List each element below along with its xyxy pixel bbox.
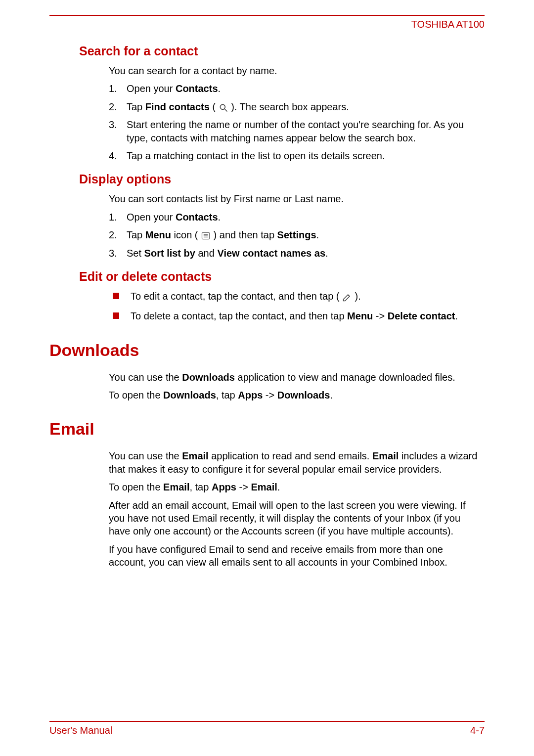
text: , tap: [189, 482, 211, 492]
text: .: [316, 229, 319, 240]
bold: Contacts: [176, 83, 218, 94]
text: ->: [373, 311, 387, 321]
footer-right: 4-7: [470, 725, 485, 736]
bold: Email: [372, 450, 399, 461]
edit-item-1: To edit a contact, tap the contact, and …: [109, 290, 480, 303]
display-steps: Open your Contacts. Tap Menu icon ( ) an…: [109, 211, 480, 260]
display-step-3: Set Sort list by and View contact names …: [109, 247, 480, 260]
text: .: [218, 83, 221, 94]
bold: Menu: [347, 311, 373, 321]
search-step-3: Start entering the name or number of the…: [109, 118, 480, 144]
text: , tap: [216, 390, 238, 400]
bold: Apps: [238, 390, 263, 400]
heading-search-contact: Search for a contact: [79, 44, 485, 58]
bold: Contacts: [176, 212, 218, 222]
header-product: TOSHIBA AT100: [49, 19, 485, 30]
heading-edit-delete: Edit or delete contacts: [79, 269, 485, 284]
text: Tap: [127, 229, 145, 240]
downloads-p1: You can use the Downloads application to…: [109, 371, 480, 384]
text: You can use the: [109, 372, 182, 383]
text: (: [210, 101, 219, 112]
search-steps: Open your Contacts. Tap Find contacts ( …: [109, 82, 480, 162]
search-step-2: Tap Find contacts ( ). The search box ap…: [109, 100, 480, 113]
bold: Downloads: [277, 390, 330, 400]
display-step-1: Open your Contacts.: [109, 211, 480, 223]
header-rule: [49, 15, 485, 16]
downloads-p2: To open the Downloads, tap Apps -> Downl…: [109, 389, 480, 401]
display-step-2: Tap Menu icon ( ) and then tap Settings.: [109, 228, 480, 241]
text: .: [218, 212, 221, 222]
heading-display-options: Display options: [79, 172, 485, 186]
heading-email: Email: [49, 419, 485, 439]
text: To edit a contact, tap the contact, and …: [131, 291, 342, 302]
bold: Email: [251, 482, 277, 492]
text: To open the: [109, 482, 163, 492]
bold: Menu: [145, 229, 171, 240]
svg-point-0: [220, 104, 225, 109]
text: ->: [236, 482, 251, 492]
search-intro: You can search for a contact by name.: [109, 64, 480, 77]
text: .: [455, 311, 458, 321]
footer-rule: [49, 721, 485, 722]
text: You can use the: [109, 450, 182, 461]
bold: Apps: [212, 482, 236, 492]
bold: Downloads: [182, 372, 235, 383]
bold: View contact names as: [217, 248, 325, 259]
bold: Downloads: [163, 390, 216, 400]
display-intro: You can sort contacts list by First name…: [109, 192, 480, 205]
text: To open the: [109, 390, 163, 400]
search-step-4: Tap a matching contact in the list to op…: [109, 149, 480, 162]
bold: Sort list by: [144, 248, 195, 259]
text: .: [330, 390, 333, 400]
bold: Email: [163, 482, 189, 492]
text: and: [195, 248, 217, 259]
text: ) and then tap: [211, 229, 277, 240]
footer-left: User's Manual: [49, 725, 112, 736]
text: .: [277, 482, 280, 492]
text: Set: [127, 248, 144, 259]
edit-list: To edit a contact, tap the contact, and …: [109, 290, 480, 323]
text: Open your: [127, 212, 176, 222]
text: ).: [352, 291, 361, 302]
heading-downloads: Downloads: [49, 341, 485, 360]
email-p2: To open the Email, tap Apps -> Email.: [109, 481, 480, 493]
pencil-icon: [342, 292, 352, 302]
text: Tap: [127, 101, 145, 112]
email-p3: After add an email account, Email will o…: [109, 499, 480, 538]
text: To delete a contact, tap the contact, an…: [131, 311, 347, 321]
bold: Email: [182, 450, 208, 461]
text: application to read and send emails.: [209, 450, 372, 461]
menu-icon: [201, 231, 211, 241]
text: .: [325, 248, 328, 259]
search-icon: [219, 103, 228, 113]
text: ). The search box appears.: [228, 101, 349, 112]
text: icon (: [171, 229, 201, 240]
email-p4: If you have configured Email to send and…: [109, 543, 480, 569]
bold: Find contacts: [145, 101, 210, 112]
email-p1: You can use the Email application to rea…: [109, 449, 480, 476]
text: application to view and manage downloade…: [235, 372, 455, 383]
search-step-1: Open your Contacts.: [109, 82, 480, 95]
bold: Settings: [277, 229, 316, 240]
text: ->: [263, 390, 277, 400]
svg-line-1: [224, 109, 227, 111]
page-footer: User's Manual 4-7: [49, 721, 485, 736]
bold: Delete contact: [388, 311, 455, 321]
edit-item-2: To delete a contact, tap the contact, an…: [109, 310, 480, 322]
text: Open your: [127, 83, 176, 94]
